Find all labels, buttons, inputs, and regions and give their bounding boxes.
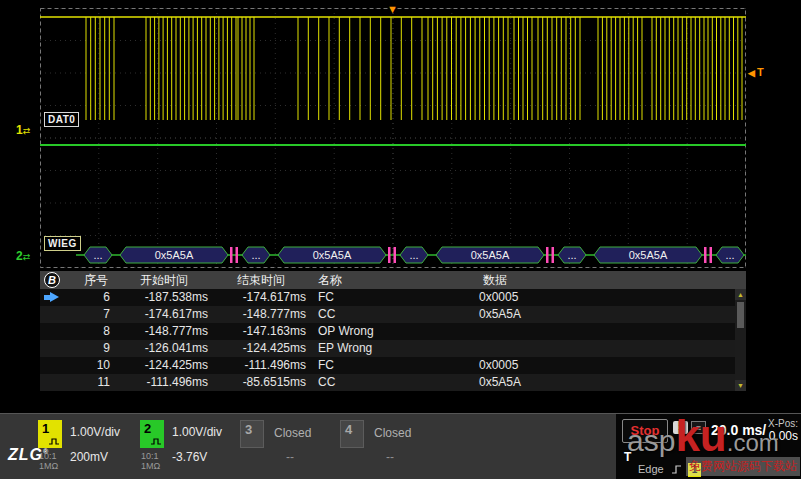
ch1-position-marker[interactable]: 1⇄ bbox=[16, 124, 30, 138]
channel1-icon[interactable]: 1 bbox=[38, 420, 62, 448]
channel4-icon[interactable]: 4 bbox=[340, 420, 364, 448]
bus-value-bubble-label: 0x5A5A bbox=[629, 249, 668, 261]
cell-end-time: -147.163ms bbox=[212, 323, 310, 340]
channel3-icon[interactable]: 3 bbox=[240, 420, 264, 448]
channel2-probe-info: 10:1 1MΩ bbox=[141, 451, 160, 471]
ch1-bus-label: DAT0 bbox=[44, 112, 79, 127]
cell-end-time: -174.617ms bbox=[212, 289, 310, 306]
bus-ellipsis-bubble-label: ... bbox=[251, 249, 260, 261]
channel2-number: 2 bbox=[144, 421, 151, 436]
row-gutter bbox=[40, 340, 76, 357]
xpos-label: X-Pos: bbox=[768, 418, 798, 429]
selected-row-arrow-icon bbox=[50, 292, 59, 302]
bus-error-mark bbox=[552, 247, 555, 263]
channel1-wave-icon bbox=[49, 438, 60, 446]
channel2-icon[interactable]: 2 bbox=[140, 420, 164, 448]
scrollbar-thumb[interactable] bbox=[737, 302, 744, 328]
cell-data: 0x5A5A bbox=[475, 306, 746, 323]
row-gutter bbox=[40, 323, 76, 340]
table-row[interactable]: 9-126.041ms-124.425msEP Wrong bbox=[40, 340, 746, 357]
channel1-vdiv: 1.00V/div bbox=[70, 425, 120, 439]
cell-end-time: -124.425ms bbox=[212, 340, 310, 357]
quick-button-1[interactable]: 1 bbox=[673, 421, 688, 434]
decode-table-body: 6-187.538ms-174.617msFC0x00057-174.617ms… bbox=[40, 289, 746, 391]
cell-end-time: -111.496ms bbox=[212, 357, 310, 374]
channel2-offset: -3.76V bbox=[172, 450, 207, 464]
xpos-value: 0.00s bbox=[768, 429, 798, 443]
bus-ellipsis-bubble-label: ... bbox=[725, 249, 734, 261]
channel4-offset: -- bbox=[386, 450, 394, 464]
trigger-section-label: T bbox=[624, 450, 631, 464]
cell-name: EP Wrong bbox=[310, 340, 475, 357]
rising-edge-icon bbox=[672, 464, 682, 475]
cell-end-time: -85.6515ms bbox=[212, 374, 310, 391]
ch2-bus-label: WIEG bbox=[44, 236, 81, 251]
table-row[interactable]: 6-187.538ms-174.617msFC0x0005 bbox=[40, 289, 746, 306]
bus-value-bubble-label: 0x5A5A bbox=[471, 249, 510, 261]
table-scrollbar[interactable]: ▲ ▼ bbox=[735, 289, 746, 391]
decode-table-header: 序号 开始时间 结束时间 名称 数据 B bbox=[40, 271, 746, 289]
channel3-offset: -- bbox=[286, 450, 294, 464]
table-row[interactable]: 11-111.496ms-85.6515msCC0x5A5A bbox=[40, 374, 746, 391]
col-header-end-time: 结束时间 bbox=[212, 271, 310, 289]
trigger-type[interactable]: Edge bbox=[638, 463, 664, 475]
channel3-number: 3 bbox=[245, 422, 252, 437]
row-gutter bbox=[40, 374, 76, 391]
cell-name: FC bbox=[310, 357, 475, 374]
table-row[interactable]: 7-174.617ms-148.777msCC0x5A5A bbox=[40, 306, 746, 323]
channel1-impedance: 1MΩ bbox=[39, 461, 58, 471]
scroll-down-icon[interactable]: ▼ bbox=[735, 380, 746, 391]
decode-table: 序号 开始时间 结束时间 名称 数据 B 6-187.538ms-174.617… bbox=[40, 271, 746, 391]
channel3-status[interactable]: 3 Closed -- bbox=[240, 414, 340, 479]
bus-ellipsis-bubble-label: ... bbox=[409, 249, 418, 261]
channel4-status[interactable]: 4 Closed -- bbox=[340, 414, 440, 479]
bus-error-mark bbox=[236, 247, 239, 263]
channel1-status[interactable]: 1 1.00V/div 200mV 10:1 1MΩ bbox=[38, 414, 138, 479]
trigger-position-icon[interactable]: ▼ bbox=[387, 4, 398, 15]
channel1-probe-ratio: 10:1 bbox=[39, 451, 58, 461]
scroll-up-icon[interactable]: ▲ bbox=[735, 289, 746, 300]
menu-button[interactable]: ≡ bbox=[691, 421, 706, 434]
status-bar: ZLG® 1 1.00V/div 200mV 10:1 1MΩ 2 1.00V/… bbox=[0, 413, 801, 479]
cell-data: 0x5A5A bbox=[475, 374, 746, 391]
cell-index: 6 bbox=[76, 289, 116, 306]
cell-end-time: -148.777ms bbox=[212, 306, 310, 323]
bus-b-badge[interactable]: B bbox=[44, 272, 60, 288]
horizontal-position[interactable]: X-Pos: 0.00s bbox=[768, 418, 798, 443]
cell-start-time: -174.617ms bbox=[116, 306, 212, 323]
trigger-level-marker[interactable]: ◀T bbox=[748, 66, 764, 78]
cell-name: OP Wrong bbox=[310, 323, 475, 340]
cell-start-time: -148.777ms bbox=[116, 323, 212, 340]
col-header-start-time: 开始时间 bbox=[116, 271, 212, 289]
bus-error-mark bbox=[546, 247, 549, 263]
table-row[interactable]: 8-148.777ms-147.163msOP Wrong bbox=[40, 323, 746, 340]
channel4-number: 4 bbox=[345, 422, 352, 437]
ch2-position-marker[interactable]: 2⇄ bbox=[16, 250, 30, 264]
col-header-index: 序号 bbox=[76, 271, 116, 289]
channel2-impedance: 1MΩ bbox=[141, 461, 160, 471]
ch1-marker-arrows-icon: ⇄ bbox=[23, 126, 31, 136]
trigger-source-chip[interactable]: 1 bbox=[688, 463, 701, 477]
ch2-marker-number: 2 bbox=[16, 249, 23, 263]
cell-start-time: -187.538ms bbox=[116, 289, 212, 306]
cell-start-time: -111.496ms bbox=[116, 374, 212, 391]
bus-value-bubble-label: 0x5A5A bbox=[155, 249, 194, 261]
cell-index: 11 bbox=[76, 374, 116, 391]
channel1-number: 1 bbox=[42, 421, 49, 436]
table-row[interactable]: 10-124.425ms-111.496msFC0x0005 bbox=[40, 357, 746, 374]
cell-name: FC bbox=[310, 289, 475, 306]
cell-name: CC bbox=[310, 374, 475, 391]
waveform-display[interactable]: ...0x5A5A...0x5A5A...0x5A5A...0x5A5A... … bbox=[40, 8, 746, 268]
timebase-value[interactable]: 20.0 ms/ bbox=[711, 422, 766, 438]
acquisition-panel: Stop 1 ≡ 20.0 ms/ X-Pos: 0.00s T Edge 1 bbox=[616, 414, 801, 479]
cell-name: CC bbox=[310, 306, 475, 323]
bus-error-mark bbox=[388, 247, 391, 263]
cell-data bbox=[475, 323, 746, 340]
channel2-status[interactable]: 2 1.00V/div -3.76V 10:1 1MΩ bbox=[140, 414, 240, 479]
cell-data: 0x0005 bbox=[475, 357, 746, 374]
bus-ellipsis-bubble-label: ... bbox=[93, 249, 102, 261]
col-header-data: 数据 bbox=[475, 271, 746, 289]
channel3-state: Closed bbox=[274, 426, 311, 440]
run-stop-button[interactable]: Stop bbox=[622, 419, 668, 443]
bus-ellipsis-bubble-label: ... bbox=[567, 249, 576, 261]
